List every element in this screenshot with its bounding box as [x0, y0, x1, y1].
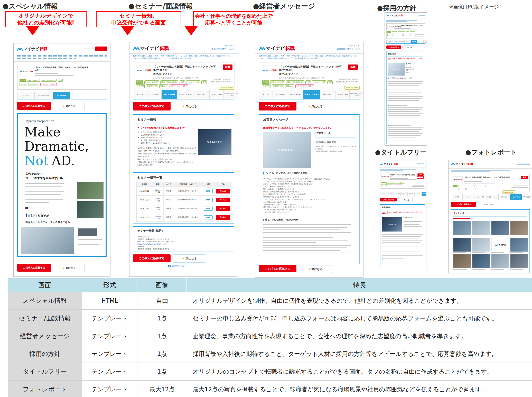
text-line	[415, 34, 424, 35]
like-help-link: ?気になるとは?	[168, 265, 185, 267]
header-red-badge	[95, 47, 107, 51]
text-line	[404, 226, 422, 227]
tag-chip-placeholder	[399, 34, 403, 36]
text-line	[388, 119, 422, 119]
message-body-1: マイナビは、その前身である毎日コミュニケーションズの時代から「複合型企業」でした…	[263, 178, 331, 214]
brand-name: マイナビ	[140, 45, 159, 51]
text-line	[263, 253, 351, 253]
new-badge: 新着	[223, 64, 232, 70]
bio-line: 1950生まれ。1977年毎日コミュニケーションズ(現マイナビ)入社。	[315, 145, 357, 150]
thumbnail-executive: マイナビ転職 ログアウト 各種設定の変更 | ヘルプ 転職TOP > 職種から探…	[255, 42, 363, 278]
tag-chip: 第二新卒歓迎	[29, 83, 39, 86]
photo-greenery	[77, 182, 104, 199]
mynavi-tenshoku-logo: マイナビ転職	[386, 14, 403, 17]
sample-watermark: SAMPLE	[388, 224, 397, 225]
job-tags-row1: 正社員 410万~620万円 職種・業種未経験OK 上場 マネジャー候補 賞与	[136, 80, 208, 84]
company-desc: あらゆる人生の岐路を支えるサービスを提供しています	[153, 77, 199, 79]
tag-chip: 正社員	[262, 80, 269, 84]
job-title: 【マイナビ転職の営業職】早期のキャリアアップが可能/中途入社	[35, 66, 89, 71]
profile-line: 毎日 明子	[406, 72, 414, 73]
tab-recruiter-info: 採用担当者からのミニコミ情報	[223, 90, 238, 99]
seminar-schedule-box: セミナー日程一覧 開催日 時間 エリア 内容(会場・対象など) 地図 予約 20…	[133, 172, 234, 224]
like-label: 気になる	[66, 266, 76, 270]
point-line: ★「マイナビについて詳しく知りたい」	[137, 131, 169, 134]
settings-help-links: 各種設定の変更 | ヘルプ	[211, 48, 234, 51]
tag-chip: 女性のおしごと掲載中	[40, 83, 57, 86]
callout-line: 他社との差別化が可能!	[17, 19, 74, 26]
job-dates: 情報更新日:2019/10/15 掲載終了予定日:2020/12/31	[336, 78, 358, 83]
text-line	[382, 248, 406, 248]
body-line: という想いが込められています。	[263, 201, 331, 203]
text-line	[388, 100, 419, 101]
photoreport-box: フォトレポート マイナビ	[451, 209, 530, 273]
mynavi-logo-icon	[17, 47, 23, 51]
tag-chip: 転勤なし	[159, 84, 168, 88]
text-line	[382, 242, 420, 242]
report-photo	[510, 221, 528, 235]
supplement-line: 入場無料・服装自由のイベントとなります。	[137, 238, 178, 241]
tag-chip: 上場	[305, 80, 311, 84]
body-line: 2011年10月1日、私たちはサービスブランドと社名を統合し	[263, 193, 331, 196]
photo-caption-placeholder	[472, 236, 485, 236]
brand-name: マイナビ	[382, 176, 386, 177]
photo-caption-placeholder	[453, 252, 466, 253]
tag-chip: 第二新卒歓迎	[272, 84, 284, 88]
brand-suffix: 転職	[392, 26, 394, 27]
tag-chip-placeholder	[480, 185, 486, 187]
paragraph-line: お待ちしております!	[137, 164, 197, 167]
col-reserve: 予約	[215, 182, 231, 187]
job-title: 【マイナビ転職の営業職】早期のキャリアアップが可能/中途入社	[279, 65, 343, 72]
tag-chip-placeholder	[453, 188, 459, 190]
breadcrumb: 転職TOP > 職種から探す > 営業 > 営業・代理店営業・ルートセールス・M…	[133, 55, 234, 60]
body-line: 「日常生活に当たり前の存在」を目指すこと。	[263, 208, 331, 211]
brand-name: マイナビ	[139, 69, 147, 72]
body-text-placeholder	[25, 183, 64, 205]
thumbnail-titlefree: マイナビ転職 新着 マイナビ転職 早期のキャリアアップが可能/中途入社できます!…	[378, 161, 426, 270]
brand-suffix: 転職	[30, 70, 33, 73]
tab-message: メッセージ	[463, 194, 474, 200]
text-line	[380, 169, 416, 170]
text-line	[388, 133, 423, 134]
tab-policy: 採用の方針	[498, 194, 510, 200]
text-line	[380, 170, 403, 171]
seminar-apply-button: 申し込む	[216, 189, 230, 193]
tag-chip: 学歴不問	[20, 83, 27, 86]
tab-photoreport-active: フォトレポート	[510, 194, 522, 200]
photo-caption-placeholder	[453, 269, 466, 270]
text-line	[35, 75, 73, 76]
heading-placeholder	[389, 105, 407, 106]
tab-seminar: セミナー情報	[475, 194, 486, 200]
profile-placeholder	[404, 221, 422, 228]
seminar-apply-button: 申し込む	[216, 198, 230, 202]
page-tabs: 求人情報 メッセージ セミナー情報 経営者メッセージ 採用の方針 フォトレポート…	[451, 194, 532, 200]
body-line: 日常生活のあらゆるシーンで支える存在でありたいと願っています。	[263, 206, 331, 208]
like-label: 気になる	[66, 105, 76, 108]
text-line	[390, 178, 408, 179]
brand-name: マイナビ	[499, 244, 506, 246]
tag-chip-placeholder	[387, 31, 391, 33]
cell-feature: オリジナルデザインを制作。自由に個性を表現できるので、他社との差別化を図ることが…	[187, 292, 532, 310]
text-line	[451, 171, 490, 172]
text-line	[382, 238, 418, 238]
mynavi-logo-icon	[451, 163, 455, 165]
tab-executive: 経営者メッセージ	[487, 194, 498, 200]
cell-images: 1点	[137, 345, 187, 363]
job-tags-row1: 正社員 410万~620万円 職種・業種未経験OK 上場 マネジャー候補 賞与	[262, 80, 333, 84]
tag-chip: 転勤なし	[285, 84, 294, 88]
cell-time: 11:00~ 17:00	[152, 204, 164, 213]
caption-box	[78, 228, 97, 236]
text-line	[78, 247, 102, 247]
bullet-square	[25, 207, 28, 209]
cell-images: 最大12点	[137, 381, 187, 397]
page-tabs: タイトル セミナー/面談情報 スペシャル情報	[17, 92, 70, 99]
text-line	[382, 261, 423, 261]
brand-suffix: 転職	[147, 69, 151, 72]
like-button: ★気になる	[54, 102, 85, 110]
header-format: 形式	[82, 278, 137, 292]
point-line: ★「直接、働いている人と話してみたい」	[137, 142, 169, 144]
job-summary-card: 新着 マイナビ転職 【マイナビ転職の営業職】早期のキャリアアップが可能/中途入社…	[133, 62, 235, 88]
report-photo	[472, 254, 490, 268]
text-line	[263, 240, 348, 241]
titlefree-section-title: 若手活躍中!	[382, 206, 391, 209]
section-label-photoreport: ●フォトレポート	[465, 148, 517, 156]
